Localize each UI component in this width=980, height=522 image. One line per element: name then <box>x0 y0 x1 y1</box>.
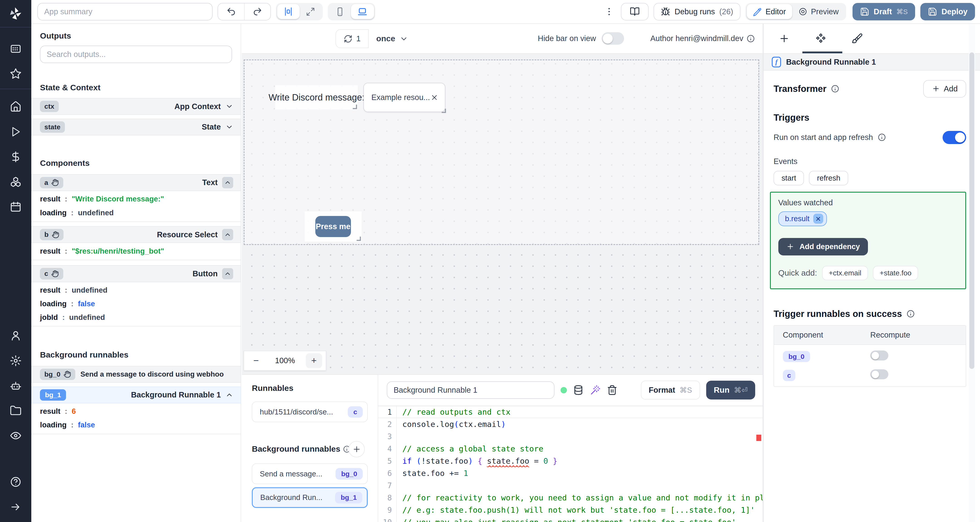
text-component[interactable]: Write Discord message: <box>275 85 358 110</box>
state-row[interactable]: state State <box>31 119 241 135</box>
desktop-tab[interactable] <box>351 4 374 19</box>
mobile-tab[interactable] <box>329 4 351 19</box>
schedule-dropdown[interactable]: once <box>376 29 408 48</box>
tab-editor[interactable]: Editor <box>747 4 792 19</box>
runnable-card-bg1-selected[interactable]: Background Run... bg_1 <box>252 487 368 508</box>
collapse-chevron-up-icon[interactable] <box>222 268 234 280</box>
component-settings-tab-icon[interactable] <box>815 33 827 45</box>
app-canvas[interactable]: Write Discord message: Example resou... … <box>242 54 763 374</box>
component-b-outputs: result:"$res:u/henri/testing_bot" <box>31 243 241 260</box>
resize-handle[interactable] <box>442 109 446 113</box>
component-a-outputs: result:"Write Discord message:" loading:… <box>31 191 241 222</box>
component-a-row[interactable]: a Text <box>31 174 241 191</box>
bg1-row-selected[interactable]: bg_1 Background Runnable 1 <box>31 387 241 403</box>
table-row: c <box>774 366 966 386</box>
state-label: State <box>202 123 221 131</box>
folders-icon[interactable] <box>0 398 31 423</box>
remove-dependency-x-icon[interactable] <box>813 214 823 224</box>
refresh-count-button[interactable]: 1 <box>336 29 369 48</box>
quick-add-state-foo[interactable]: +state.foo <box>873 266 918 280</box>
code-line[interactable]: 4// access a global state store <box>378 442 763 455</box>
app-canvas-bounds: Write Discord message: Example resou... … <box>243 59 759 245</box>
quick-add-ctx-email[interactable]: +ctx.email <box>822 266 868 280</box>
docs-book-button[interactable] <box>621 3 648 21</box>
scrollbar[interactable] <box>969 24 975 522</box>
center-align-tab[interactable] <box>277 4 300 19</box>
run-on-start-toggle[interactable] <box>943 131 966 144</box>
apps-icon[interactable] <box>0 36 31 61</box>
code-editor[interactable]: 1// read outputs and ctx2console.log(ctx… <box>378 406 763 522</box>
users-icon[interactable] <box>0 323 31 348</box>
collapse-chevron-up-icon[interactable] <box>222 177 234 188</box>
runs-play-icon[interactable] <box>0 119 31 144</box>
dependency-value: b.result <box>785 214 810 223</box>
variables-dollar-icon[interactable] <box>0 144 31 169</box>
zoom-out-button[interactable]: − <box>248 353 264 368</box>
resize-handle[interactable] <box>356 237 361 241</box>
schedules-calendar-icon[interactable] <box>0 194 31 219</box>
audit-eye-icon[interactable] <box>0 423 31 448</box>
help-icon[interactable] <box>0 469 31 494</box>
code-line[interactable]: 7 <box>378 479 763 492</box>
code-line[interactable]: 5if (!state.foo) { state.foo = 0 } <box>378 455 763 467</box>
recompute-toggle-c[interactable] <box>870 369 888 379</box>
more-menu-icon[interactable] <box>601 0 617 24</box>
event-chip-start[interactable]: start <box>773 171 804 185</box>
ctx-row[interactable]: ctx App Context <box>31 98 241 115</box>
component-c-row[interactable]: c Button <box>31 265 241 282</box>
tab-preview[interactable]: Preview <box>792 4 845 19</box>
code-line[interactable]: 6state.foo += 1 <box>378 467 763 479</box>
settings-gear-icon[interactable] <box>0 348 31 373</box>
code-line[interactable]: 10// you may also just reassign as next … <box>378 516 763 522</box>
bg0-row[interactable]: bg_0 Send a message to discord using web… <box>31 366 241 383</box>
runnable-card-bg0[interactable]: Send a message... bg_0 <box>252 463 368 484</box>
code-line[interactable]: 3 <box>378 430 763 442</box>
workers-bot-icon[interactable] <box>0 373 31 398</box>
code-line[interactable]: 1// read outputs and ctx <box>378 406 763 418</box>
favorites-star-icon[interactable] <box>0 61 31 86</box>
windmill-logo[interactable] <box>0 0 31 27</box>
undo-button[interactable] <box>218 3 244 20</box>
event-chip-refresh[interactable]: refresh <box>809 171 848 185</box>
runnable-card-c[interactable]: hub/1511/discord/se... c <box>252 401 368 422</box>
runnable-name-input[interactable] <box>387 381 554 399</box>
press-me-button[interactable]: Press me <box>315 216 351 237</box>
format-button[interactable]: Format⌘S <box>641 381 700 399</box>
background-runnables-title: Background runnables <box>40 350 232 360</box>
add-transformer-button[interactable]: Add <box>923 80 966 97</box>
clear-x-icon[interactable] <box>430 94 439 102</box>
code-line[interactable]: 9// e.g: state.foo.push(1) will not work… <box>378 504 763 516</box>
collapse-chevron-up-icon[interactable] <box>222 229 234 240</box>
resize-handle[interactable] <box>353 105 357 109</box>
add-background-runnable-button[interactable] <box>348 441 365 457</box>
scrollbar-thumb[interactable] <box>969 53 974 369</box>
styling-brush-tab-icon[interactable] <box>851 33 863 44</box>
col-recompute: Recompute <box>862 326 919 344</box>
run-button[interactable]: Run⌘⏎ <box>706 381 755 399</box>
recompute-toggle-bg0[interactable] <box>870 350 888 360</box>
hide-bar-toggle[interactable] <box>601 32 624 45</box>
delete-trash-icon[interactable] <box>607 385 617 395</box>
insert-plus-tab-icon[interactable] <box>778 33 790 44</box>
ai-wand-icon[interactable] <box>590 385 601 395</box>
search-outputs-input[interactable] <box>40 46 232 63</box>
app-summary-input[interactable] <box>37 3 212 21</box>
component-b-row[interactable]: b Resource Select <box>31 226 241 243</box>
deploy-label: Deploy <box>942 7 967 16</box>
cache-database-icon[interactable] <box>573 385 584 395</box>
fullscreen-tab[interactable] <box>300 4 321 19</box>
code-line[interactable]: 8// for reactivity to work, you need to … <box>378 492 763 504</box>
collapse-arrow-icon[interactable] <box>0 494 31 519</box>
code-line[interactable]: 2console.log(ctx.email) <box>378 418 763 430</box>
resource-select-component[interactable]: Example resou... <box>363 83 445 112</box>
redo-button[interactable] <box>244 3 270 20</box>
home-icon[interactable] <box>0 94 31 119</box>
add-dependency-button[interactable]: Add dependency <box>778 238 868 255</box>
resources-boxes-icon[interactable] <box>0 169 31 194</box>
info-icon <box>906 309 915 318</box>
debug-runs-button[interactable]: Debug runs (26) <box>654 3 741 21</box>
deploy-button[interactable]: Deploy <box>920 3 975 21</box>
draft-button[interactable]: Draft ⌘S <box>853 3 915 21</box>
zoom-in-button[interactable]: + <box>306 353 322 368</box>
button-component: Press me <box>305 212 361 241</box>
